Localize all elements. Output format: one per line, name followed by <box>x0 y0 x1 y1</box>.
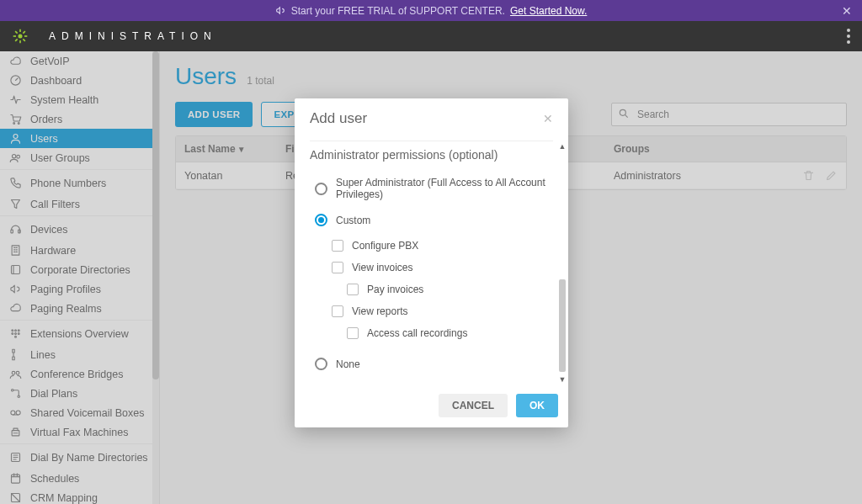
add-user-modal: Add user ✕ Administrator permissions (op… <box>295 98 568 427</box>
checkbox-icon <box>332 262 343 273</box>
header-title: ADMINISTRATION <box>49 30 217 42</box>
checkbox-label: Configure PBX <box>352 240 418 252</box>
radio-label: None <box>336 358 360 370</box>
logo-icon <box>12 28 29 45</box>
scroll-up-icon[interactable]: ▲ <box>556 142 568 151</box>
trial-banner: Start your FREE TRIAL of SUPPORT CENTER.… <box>0 0 862 21</box>
ok-button[interactable]: OK <box>516 394 558 417</box>
megaphone-icon <box>275 5 286 16</box>
radio-super-admin[interactable]: Super Administrator (Full Access to All … <box>310 172 553 209</box>
radio-label: Super Administrator (Full Access to All … <box>336 177 553 200</box>
checkbox-label: View reports <box>352 305 407 317</box>
radio-label: Custom <box>336 215 370 226</box>
check-view-invoices[interactable]: View invoices <box>310 257 553 279</box>
checkbox-label: Pay invoices <box>367 284 423 295</box>
svg-point-0 <box>19 34 23 39</box>
checkbox-label: View invoices <box>352 262 412 273</box>
kebab-menu-icon[interactable] <box>847 29 850 44</box>
radio-none[interactable]: None <box>310 353 553 379</box>
banner-text: Start your FREE TRIAL of SUPPORT CENTER. <box>291 5 505 17</box>
check-pay-invoices[interactable]: Pay invoices <box>310 279 553 300</box>
svg-line-7 <box>15 39 18 41</box>
app-header: ADMINISTRATION <box>0 21 862 51</box>
check-configure-pbx[interactable]: Configure PBX <box>310 235 553 257</box>
close-icon[interactable]: ✕ <box>842 4 852 18</box>
modal-scrollbar[interactable]: ▲ ▼ <box>556 142 568 384</box>
checkbox-icon <box>332 305 343 317</box>
banner-link[interactable]: Get Started Now. <box>510 5 587 17</box>
scroll-down-icon[interactable]: ▼ <box>556 375 568 384</box>
svg-line-6 <box>23 39 25 41</box>
modal-section-title: Administrator permissions (optional) <box>310 141 553 162</box>
radio-icon <box>315 183 327 195</box>
checkbox-icon <box>347 284 359 295</box>
svg-line-5 <box>15 31 18 34</box>
checkbox-label: Access call recordings <box>367 327 467 339</box>
modal-title: Add user <box>310 110 367 127</box>
close-icon[interactable]: ✕ <box>543 112 553 125</box>
check-access-recordings[interactable]: Access call recordings <box>310 322 553 344</box>
radio-icon <box>315 214 327 226</box>
svg-line-8 <box>23 31 25 34</box>
radio-icon <box>315 358 327 370</box>
radio-custom[interactable]: Custom <box>310 209 553 235</box>
cancel-button[interactable]: CANCEL <box>439 394 508 417</box>
check-view-reports[interactable]: View reports <box>310 300 553 322</box>
checkbox-icon <box>347 327 359 339</box>
checkbox-icon <box>332 240 343 252</box>
